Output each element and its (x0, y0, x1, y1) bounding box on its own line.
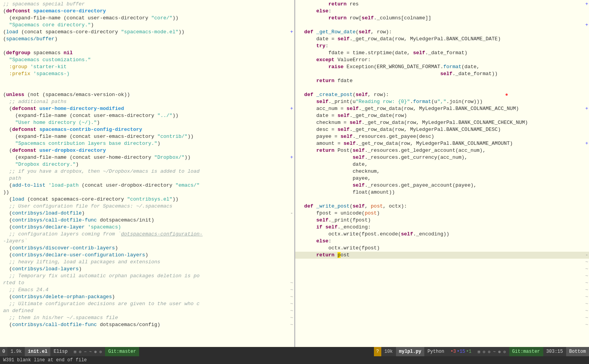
line: "User home directory (~/).") (0, 119, 294, 126)
line: (expand-file-name (concat user-home-dire… (0, 154, 294, 161)
line: (defconst user-dropbox-directory (0, 147, 294, 154)
line: "Spacemacs customizations." (0, 57, 294, 64)
line: return row[self._columns[colname]] (295, 15, 589, 22)
line: (expand-file-name (concat user-emacs-dir… (0, 112, 294, 119)
file-size-left: 1.9k (10, 349, 22, 354)
status-right-git: Git:master (509, 347, 543, 356)
line: (expand-file-name (concat user-emacs-dir… (0, 133, 294, 140)
line: )) (0, 189, 294, 196)
line: except ValueError: (295, 57, 589, 64)
line: "Spacemacs contribution layers base dire… (0, 140, 294, 147)
line: ;; Temporary fix until automatic orphan … (0, 273, 294, 280)
status-left-icons: ⊞ ⊙ ∽ ~ ⊛ ⊙ (71, 347, 105, 356)
line: self._print(u"Reading row: {0}".format(u… (295, 98, 589, 105)
line: octx.write(fpost.encode(self._encoding)) (295, 231, 589, 238)
line: (defconst spacemacs-contrib-config-direc… (0, 126, 294, 133)
line: ;; Emacs 24.4~ (0, 287, 294, 294)
line: amount = self._get_row_data(row, MyLedge… (295, 140, 589, 147)
line: if self._encoding: (295, 224, 589, 231)
line: :group 'starter-kit (0, 64, 294, 70)
line: (defconst spacemacs-core-directory (0, 8, 294, 15)
line: (defconst user-home-directory-modified+ (0, 105, 294, 112)
minibuffer: W391 blank line at end of file (0, 356, 589, 364)
status-left-git: Git:master (105, 347, 139, 356)
line: acc_num = self._get_row_data(row, MyLedg… (295, 105, 589, 112)
line: (contribsys/discover-contrib-layers) (0, 245, 294, 252)
line: checknum = self._get_row_data(row, MyLed… (295, 119, 589, 126)
status-indicator-icon: 0 (2, 349, 5, 354)
status-left-size: 1.9k (7, 347, 25, 356)
line: :prefix 'spacemacs-) (0, 70, 294, 77)
line: (spacemacs/buffer) (0, 36, 294, 43)
line: (add-to-list 'load-path (concat user-dro… (0, 182, 294, 189)
line: ;; heavy lifting, load all packages and … (0, 259, 294, 266)
line: return Post(self._resources.get_ledger_a… (295, 147, 589, 154)
status-right-icons: ⊞ ⊙ ⊙ ~ ⊛ ⊙ (475, 347, 509, 356)
filename-right: mylpl.py (399, 349, 422, 354)
line: float(amount)) (295, 189, 589, 196)
statusbar: 0 1.9k init.el Elisp ⊞ ⊙ ∽ ~ ⊛ ⊙ Git:mas… (0, 347, 589, 356)
cursor-line: return post- (295, 252, 589, 259)
mod-count3: •1 (466, 349, 471, 354)
line: ;; Ultimate configuration decisions are … (0, 300, 294, 307)
line: self._resources.get_currency(acc_num), (295, 154, 589, 161)
pos-label: Bottom (569, 349, 586, 354)
line: self._print(fpost) (295, 217, 589, 224)
line: ;; them in his/her ~/.spacemacs file~ (0, 314, 294, 321)
line (0, 77, 294, 84)
line: (load (concat spacemacs-core-directory "… (0, 29, 294, 36)
cursor-pos: 303:15 (546, 349, 563, 354)
line: ~ (295, 321, 589, 328)
line: payee = self._resources.get_payee(desc) (295, 133, 589, 140)
line: (defgroup spacemacs nil (0, 50, 294, 57)
status-right-filename: mylpl.py (396, 347, 425, 356)
line: ~ (295, 266, 589, 273)
line: def _create_post(self, row):● (295, 91, 589, 98)
file-size-right: 10k (384, 349, 393, 354)
line: (contribsys/declare-user-configuration-l… (0, 252, 294, 259)
line: (contribsys/declare-layer 'spacemacs) (0, 224, 294, 231)
line: "Dropbox directory.") (0, 161, 294, 168)
line: return fdate (295, 77, 589, 84)
line: fdate = time.strptime(date, self._date_f… (295, 50, 589, 57)
status-right-pos: 303:15 (543, 347, 566, 356)
line: + (295, 22, 589, 29)
line: (contribsys/load-dotfile)- (0, 210, 294, 217)
line: ;; additional paths (0, 98, 294, 105)
status-right-size: 10k (381, 347, 396, 356)
line: fpost = unicode(post) (295, 210, 589, 217)
line: self._date_format)) (295, 70, 589, 77)
line: (expand-file-name (concat user-emacs-dir… (0, 15, 294, 22)
line: ~ (295, 300, 589, 307)
line: else: (295, 238, 589, 245)
line: def _get_Row_date(self, row): (295, 29, 589, 36)
right-pane: return res+ else: return row[self._colum… (295, 0, 589, 347)
line: ~ (295, 280, 589, 287)
lang-right: Python (427, 349, 444, 354)
line: date, (295, 161, 589, 168)
git-left: Git:master (108, 349, 136, 354)
line: desc = self._get_row_data(row, MyLedgerP… (295, 126, 589, 133)
editor-container: ;; spacemacs special buffer (defconst sp… (0, 0, 589, 364)
status-left-filename: init.el (25, 347, 50, 356)
line (0, 43, 294, 50)
line: checknum, (295, 168, 589, 175)
line: (contribsys/call-dotfile-func dotspacema… (0, 321, 294, 328)
line: date = self._get_row_date(row) (295, 112, 589, 119)
git-right: Git:master (512, 349, 540, 354)
line: try: (295, 43, 589, 50)
left-pane-content: ;; spacemacs special buffer (defconst sp… (0, 0, 294, 347)
line: ~ (295, 307, 589, 314)
line: ;; spacemacs special buffer (0, 1, 294, 8)
line: ~ (295, 273, 589, 280)
line (295, 196, 589, 203)
line: return res+ (295, 1, 589, 8)
line: date = self._get_row_data(row, MyLedgerP… (295, 36, 589, 43)
line: "Spacemacs core directory.") (0, 22, 294, 29)
line: (contribsys/call-dotfile-func dotspacema… (0, 217, 294, 224)
line: ;; configuration layers coming from `dot… (0, 231, 294, 238)
mod-count1: •3 (450, 349, 456, 354)
status-right-pos-label: Bottom (566, 347, 589, 356)
line: ~ (295, 259, 589, 266)
line: ;; User configuration file for Spacemacs… (0, 203, 294, 210)
